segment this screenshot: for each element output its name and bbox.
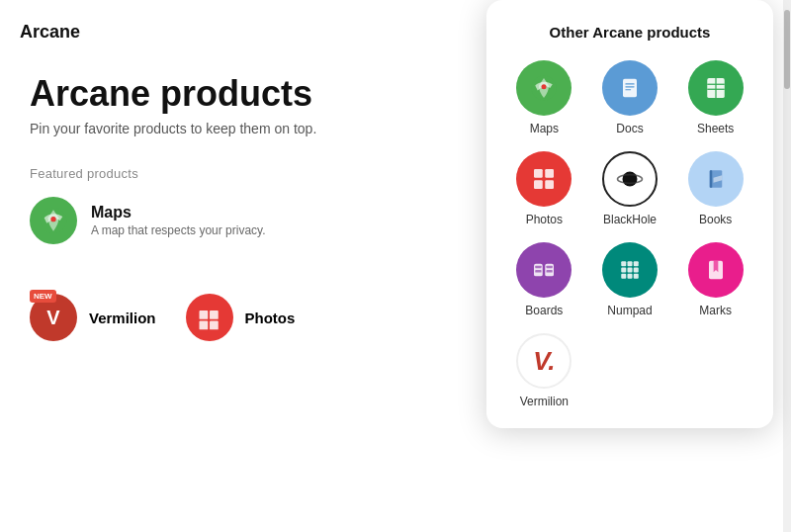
grid-numpad-label: Numpad [607,304,652,317]
svg-rect-26 [536,266,542,269]
grid-vermilion-label: Vermilion [520,395,569,408]
grid-vermilion-icon: V. [516,333,571,389]
grid-docs[interactable]: Docs [592,60,668,135]
vermilion-product[interactable]: NEW V Vermilion [30,294,156,341]
svg-rect-30 [621,261,626,266]
dropdown-title: Other Arcane products [506,24,753,41]
svg-rect-16 [534,169,543,178]
vermilion-icon-wrap: NEW V [30,294,77,341]
maps-icon [30,197,77,244]
blackhole-svg [615,164,645,194]
boards-svg [529,255,559,285]
grid-blackhole-icon [602,151,658,207]
svg-rect-27 [536,270,542,273]
svg-rect-28 [547,266,553,269]
grid-docs-icon [602,60,658,116]
photos-icon-bottom [186,294,233,341]
grid-blackhole[interactable]: BlackHole [592,151,668,226]
svg-rect-5 [210,321,219,330]
svg-rect-29 [547,270,553,273]
grid-sheets-label: Sheets [697,122,734,135]
grid-marks-icon [688,242,744,298]
grid-books[interactable]: Books [677,151,753,226]
grid-numpad[interactable]: Numpad [592,242,668,317]
svg-rect-8 [623,79,637,98]
grid-marks[interactable]: Marks [677,242,753,317]
svg-rect-23 [709,170,712,188]
grid-photos-icon [516,151,571,207]
grid-maps-label: Maps [530,122,559,135]
grid-photos[interactable]: Photos [506,151,582,226]
sheets-svg [701,73,731,103]
svg-rect-17 [546,169,555,178]
svg-point-1 [50,217,55,222]
svg-rect-31 [627,261,632,266]
new-badge: NEW [30,290,56,303]
svg-rect-10 [625,86,634,87]
svg-point-7 [542,84,547,89]
maps-name: Maps [91,204,266,222]
maps-info: Maps A map that respects your privacy. [91,204,266,237]
grid-numpad-icon [602,242,658,298]
grid-sheets-icon [688,60,744,116]
svg-rect-9 [625,83,634,84]
grid-docs-label: Docs [616,122,643,135]
dropdown-panel: Other Arcane products Maps [486,0,773,428]
svg-rect-18 [534,180,543,189]
grid-boards[interactable]: Boards [506,242,582,317]
grid-boards-label: Boards [525,304,563,317]
grid-books-icon [688,151,744,207]
svg-rect-34 [627,268,632,273]
vermilion-letter: V [46,307,59,329]
docs-svg [616,74,644,102]
maps-desc: A map that respects your privacy. [91,223,266,237]
svg-rect-33 [621,268,626,273]
maps-svg [38,205,69,236]
vermilion-label: Vermilion [89,310,156,326]
grid-marks-label: Marks [699,304,732,317]
photos-svg [529,164,559,194]
grid-books-label: Books [699,213,732,226]
svg-rect-4 [199,321,208,330]
grid-maps-icon [516,60,571,116]
svg-rect-36 [621,274,626,279]
svg-rect-2 [199,310,208,319]
photos-label-bottom: Photos [245,310,296,326]
svg-rect-37 [627,274,632,279]
svg-rect-38 [634,274,639,279]
svg-rect-3 [210,310,219,319]
numpad-svg [615,255,645,285]
grid-vermilion[interactable]: V. Vermilion [506,333,582,408]
maps-grid-svg [529,73,559,103]
grid-sheets[interactable]: Sheets [677,60,753,135]
grid-blackhole-label: BlackHole [603,213,657,226]
grid-boards-icon [516,242,571,298]
svg-point-20 [622,172,637,187]
svg-rect-11 [625,89,631,90]
grid-maps[interactable]: Maps [506,60,582,135]
photos-svg-bottom [196,304,223,331]
photos-product[interactable]: Photos [186,294,296,341]
marks-svg [702,256,730,284]
app-title: Arcane [20,22,80,43]
svg-rect-35 [634,268,639,273]
svg-rect-19 [546,180,555,189]
product-grid: Maps Docs [506,60,753,408]
svg-rect-32 [634,261,639,266]
books-svg [701,164,731,194]
grid-photos-label: Photos [526,213,563,226]
scrollbar[interactable] [783,0,791,532]
scrollbar-thumb[interactable] [784,10,790,89]
vermilion-v: V. [533,346,555,377]
